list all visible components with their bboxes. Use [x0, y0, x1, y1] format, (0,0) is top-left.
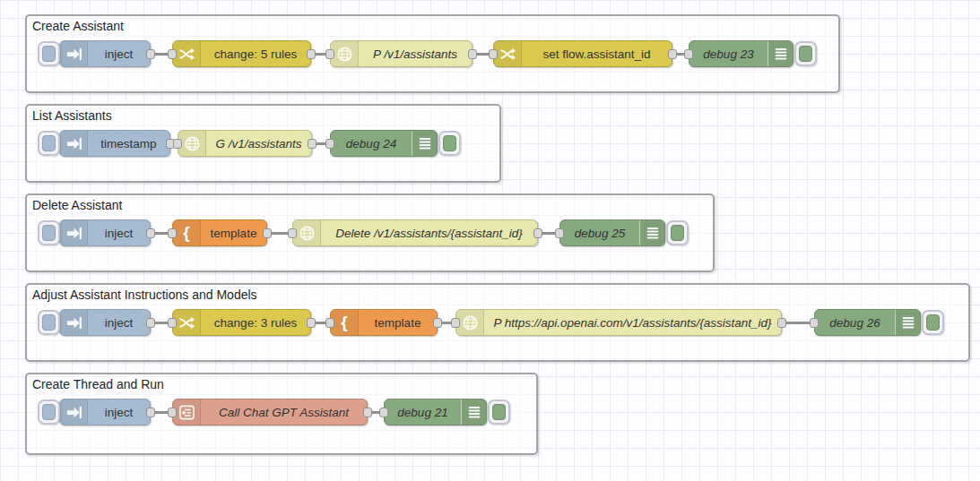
output-port[interactable] [263, 228, 272, 238]
node-inject[interactable]: inject [59, 309, 151, 336]
node-label: template [201, 220, 266, 245]
output-port[interactable] [146, 408, 155, 417]
output-port[interactable] [308, 139, 317, 149]
subflow-icon [173, 399, 201, 425]
node-label: template [359, 310, 437, 335]
node-debug[interactable]: debug 26 [814, 309, 921, 336]
globe-icon [293, 220, 321, 245]
inject-button[interactable] [38, 220, 60, 245]
node-change[interactable]: change: 3 rules [172, 309, 311, 336]
debug-list-icon [768, 41, 793, 66]
output-port[interactable] [668, 49, 677, 59]
node-label: inject [88, 41, 150, 66]
node-template[interactable]: {template [172, 219, 267, 246]
inject-button[interactable] [38, 41, 60, 66]
node-change[interactable]: change: 5 rules [172, 40, 311, 67]
node-http-request[interactable]: Delete /v1/assistants/{assistant_id} [292, 219, 538, 246]
node-http-request[interactable]: G /v1/assistants [178, 130, 312, 157]
input-port[interactable] [325, 139, 334, 149]
globe-icon [178, 131, 206, 156]
node-label: inject [88, 399, 150, 425]
debug-list-icon [639, 220, 664, 245]
output-port[interactable] [146, 228, 155, 238]
group-title: Create Assistant [32, 19, 124, 33]
output-port[interactable] [533, 228, 542, 238]
debug-toggle-inner [671, 225, 684, 241]
input-port[interactable] [325, 49, 334, 59]
node-inject[interactable]: timestamp [59, 130, 170, 157]
flow-canvas[interactable]: Create Assistantinjectchange: 5 rulesP /… [0, 0, 980, 481]
output-port[interactable] [146, 49, 155, 59]
input-port[interactable] [325, 318, 334, 328]
node-debug[interactable]: debug 25 [559, 219, 665, 246]
output-port[interactable] [363, 408, 372, 417]
input-port[interactable] [173, 139, 182, 149]
node-label: G /v1/assistants [206, 131, 311, 156]
input-port[interactable] [168, 318, 177, 328]
output-port[interactable] [433, 318, 442, 328]
node-debug[interactable]: debug 23 [689, 40, 794, 67]
input-port[interactable] [555, 228, 564, 238]
inject-icon [60, 220, 88, 245]
input-port[interactable] [684, 49, 693, 59]
debug-toggle-button[interactable] [794, 41, 817, 66]
inject-icon [60, 131, 88, 156]
debug-list-icon [461, 399, 486, 425]
node-change[interactable]: set flow.assistant_id [493, 40, 672, 67]
input-port[interactable] [451, 318, 460, 328]
output-port[interactable] [146, 318, 155, 328]
debug-toggle-button[interactable] [922, 310, 944, 335]
node-debug[interactable]: debug 21 [384, 399, 487, 425]
input-port[interactable] [168, 228, 177, 238]
shuffle-icon [173, 310, 201, 335]
debug-toggle-inner [799, 46, 812, 62]
curly-brace-icon: { [331, 310, 359, 335]
node-label: timestamp [88, 131, 169, 156]
inject-button-inner [42, 46, 56, 62]
debug-list-icon [895, 310, 920, 335]
node-debug[interactable]: debug 24 [330, 130, 438, 157]
node-label: inject [88, 220, 150, 245]
node-label: debug 23 [689, 41, 768, 66]
inject-icon [60, 41, 88, 66]
debug-toggle-inner [443, 135, 456, 151]
input-port[interactable] [810, 318, 819, 328]
input-port[interactable] [168, 49, 177, 59]
debug-toggle-inner [926, 314, 940, 331]
node-subflow[interactable]: Call Chat GPT Assistant [172, 399, 368, 425]
output-port[interactable] [307, 318, 316, 328]
input-port[interactable] [288, 228, 297, 238]
output-port[interactable] [777, 318, 786, 328]
debug-list-icon [412, 131, 437, 156]
node-label: P https://api.openai.com/v1/assistants/{… [484, 310, 781, 335]
node-label: inject [88, 310, 150, 335]
inject-icon [60, 310, 88, 335]
node-http-request[interactable]: P https://api.openai.com/v1/assistants/{… [455, 309, 782, 336]
group-title: Delete Assistant [32, 198, 122, 212]
input-port[interactable] [379, 408, 388, 417]
input-port[interactable] [168, 408, 177, 417]
input-port[interactable] [489, 49, 498, 59]
debug-toggle-button[interactable] [488, 399, 510, 425]
node-inject[interactable]: inject [59, 399, 151, 425]
inject-button[interactable] [38, 310, 60, 335]
shuffle-icon [494, 41, 522, 66]
group-title: List Assistants [32, 108, 112, 123]
group-title: Adjust Assistant Instructions and Models [32, 288, 257, 302]
node-label: Call Chat GPT Assistant [201, 399, 367, 425]
group-title: Create Thread and Run [32, 377, 164, 391]
debug-toggle-button[interactable] [438, 131, 461, 156]
node-template[interactable]: {template [330, 309, 438, 336]
node-label: debug 21 [385, 399, 461, 425]
debug-toggle-inner [492, 404, 506, 420]
node-inject[interactable]: inject [59, 40, 151, 67]
shuffle-icon [173, 41, 201, 66]
inject-button[interactable] [38, 131, 60, 156]
node-inject[interactable]: inject [59, 219, 151, 246]
inject-button[interactable] [38, 399, 60, 425]
node-http-request[interactable]: P /v1/assistants [330, 40, 473, 67]
debug-toggle-button[interactable] [666, 220, 689, 245]
output-port[interactable] [307, 49, 316, 59]
globe-icon [331, 41, 359, 66]
output-port[interactable] [468, 49, 477, 59]
